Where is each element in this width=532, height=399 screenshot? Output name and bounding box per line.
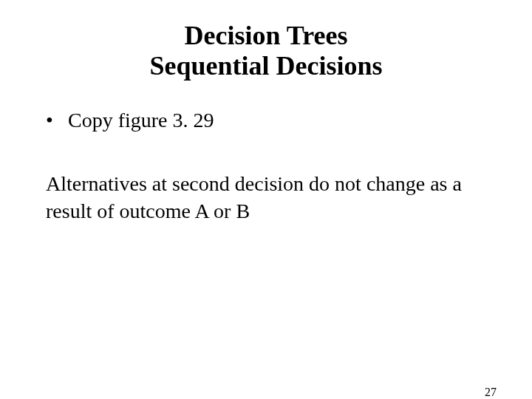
bullet-dot-icon: • bbox=[46, 107, 68, 134]
slide-body: • Copy figure 3. 29 Alternatives at seco… bbox=[0, 107, 532, 225]
body-paragraph: Alternatives at second decision do not c… bbox=[46, 171, 488, 225]
page-number: 27 bbox=[485, 386, 497, 399]
slide-title-line-1: Decision Trees bbox=[0, 21, 532, 51]
bullet-text: Copy figure 3. 29 bbox=[68, 107, 488, 134]
bullet-item: • Copy figure 3. 29 bbox=[46, 107, 488, 134]
slide: Decision Trees Sequential Decisions • Co… bbox=[0, 21, 532, 399]
slide-title-line-2: Sequential Decisions bbox=[0, 51, 532, 81]
